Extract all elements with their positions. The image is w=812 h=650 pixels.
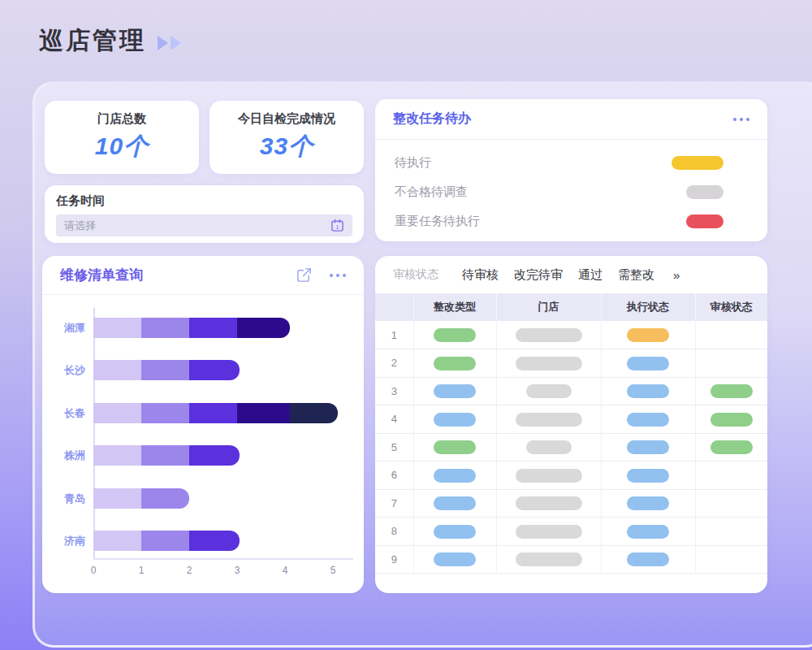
review-filter-label: 审核状态 (393, 267, 438, 282)
chart-bar-row: 青岛 (42, 488, 364, 509)
table-row[interactable]: 8 (375, 518, 767, 546)
share-export-icon[interactable] (296, 267, 312, 283)
stat-card-store-total: 门店总数 10个 (45, 101, 199, 174)
status-pill (434, 552, 476, 566)
todo-item: 待执行 (395, 148, 748, 177)
row-number: 2 (375, 349, 413, 378)
bar-segment (189, 360, 240, 380)
svg-text:1: 1 (336, 224, 339, 231)
chart-category-label: 湘潭 (45, 321, 85, 336)
review-table-head: 整改类型门店执行状态审核状态 (375, 293, 767, 321)
chart-bar-row: 株洲 (42, 445, 364, 466)
x-tick-label: 0 (91, 565, 97, 576)
todo-item: 不合格待调查 (395, 177, 748, 206)
status-pill (434, 357, 476, 370)
arrow-icon (171, 36, 181, 50)
status-pill (627, 552, 669, 566)
stacked-bar[interactable] (93, 318, 290, 338)
stacked-bar[interactable] (93, 360, 240, 380)
bar-segment (93, 488, 141, 509)
bar-segment (93, 531, 141, 551)
chart-bar-row: 济南 (42, 531, 364, 551)
tab-需整改[interactable]: 需整改 (618, 267, 654, 283)
calendar-icon[interactable]: 1 (330, 219, 344, 232)
repair-list-header: 维修清单查询 (42, 256, 364, 295)
repair-list-title: 维修清单查询 (60, 266, 143, 284)
status-pill (516, 552, 582, 566)
tab-待审核[interactable]: 待审核 (462, 267, 499, 283)
status-pill (627, 384, 669, 398)
status-pill (516, 357, 582, 370)
status-pill (516, 469, 582, 483)
status-pill (710, 413, 753, 427)
status-pill (710, 384, 753, 398)
table-row[interactable]: 7 (375, 489, 767, 518)
todo-item-label: 待执行 (395, 155, 431, 171)
table-row[interactable]: 6 (375, 462, 767, 490)
todo-item-label: 不合格待调查 (395, 184, 468, 200)
bar-segment (141, 488, 189, 509)
stacked-bar[interactable] (93, 445, 240, 466)
column-header: 审核状态 (695, 293, 767, 321)
task-time-card: 任务时间 请选择 1 (45, 185, 364, 243)
status-pill (434, 496, 476, 510)
todo-title: 整改任务待办 (393, 110, 471, 128)
bar-segment (237, 403, 290, 423)
todo-header: 整改任务待办 (375, 99, 767, 140)
todo-card: 整改任务待办 待执行不合格待调查重要任务待执行 (375, 99, 767, 241)
row-number: 5 (375, 433, 413, 462)
status-pill (627, 496, 669, 510)
stat-card-self-check: 今日自检完成情况 33个 (209, 101, 364, 174)
bar-segment (141, 318, 189, 338)
arrow-icon (158, 36, 168, 50)
table-row[interactable]: 2 (375, 349, 767, 378)
bar-segment (141, 403, 189, 423)
chart-bar-row: 长春 (42, 403, 364, 423)
status-pill (434, 525, 476, 539)
column-header: 执行状态 (601, 293, 695, 321)
todo-list: 待执行不合格待调查重要任务待执行 (375, 140, 767, 236)
row-number: 1 (375, 321, 413, 349)
review-status-card: 审核状态 待审核改完待审通过需整改 » 整改类型门店执行状态审核状态 12345… (375, 256, 767, 593)
page-title: 巡店管理 (39, 24, 146, 58)
row-number: 6 (375, 462, 413, 490)
chart-category-label: 长春 (45, 406, 85, 421)
stacked-bar[interactable] (93, 403, 338, 423)
more-menu-icon[interactable] (733, 118, 749, 121)
tabs-more-chevron[interactable]: » (673, 268, 680, 282)
table-row[interactable]: 4 (375, 405, 767, 434)
x-tick-label: 5 (330, 565, 336, 576)
stacked-bar[interactable] (93, 488, 189, 509)
stacked-bar[interactable] (93, 531, 240, 551)
table-row[interactable]: 9 (375, 545, 767, 574)
status-pill (516, 525, 582, 539)
status-pill (627, 413, 669, 427)
column-header (375, 293, 413, 321)
status-pill (686, 185, 723, 199)
page-header: 巡店管理 (39, 24, 181, 58)
tab-改完待审[interactable]: 改完待审 (514, 267, 563, 283)
chart-category-label: 株洲 (45, 448, 85, 463)
chart-y-axis (93, 308, 95, 558)
repair-list-card: 维修清单查询 湘潭长沙长春株洲青岛济南012345 (42, 256, 364, 593)
bar-segment (93, 445, 141, 466)
bar-segment (93, 403, 141, 423)
table-row[interactable]: 1 (375, 321, 767, 349)
bar-segment (189, 445, 240, 466)
review-table: 整改类型门店执行状态审核状态 123456789 (375, 293, 767, 574)
row-number: 9 (375, 545, 413, 574)
task-time-label: 任务时间 (56, 193, 352, 209)
status-pill (627, 357, 669, 370)
table-row[interactable]: 3 (375, 377, 767, 405)
bar-segment (189, 318, 237, 338)
chart-category-label: 长沙 (45, 363, 85, 378)
more-menu-icon[interactable] (330, 274, 346, 277)
stat-value: 10个 (95, 130, 149, 163)
task-time-select[interactable]: 请选择 1 (56, 214, 352, 236)
bar-segment (189, 403, 237, 423)
row-number: 4 (375, 405, 413, 434)
chart-category-label: 济南 (45, 534, 85, 548)
table-row[interactable]: 5 (375, 433, 767, 462)
tab-通过[interactable]: 通过 (578, 267, 603, 283)
chart-bar-row: 长沙 (42, 360, 364, 380)
